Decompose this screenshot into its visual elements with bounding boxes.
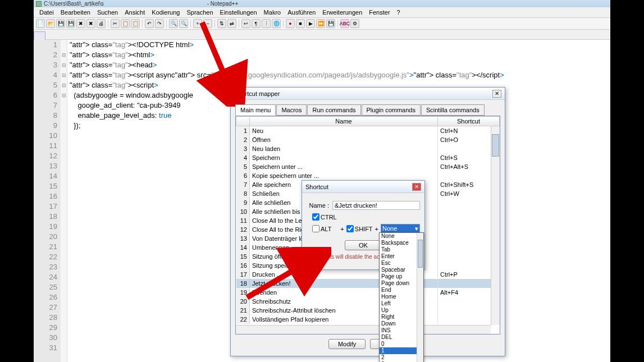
record-icon[interactable]: ●	[286, 19, 295, 28]
shortcut-row[interactable]: 2ÖffnenCtrl+O	[236, 135, 500, 144]
menu-erweiterungen[interactable]: Erweiterungen	[319, 8, 366, 17]
stop-icon[interactable]: ■	[296, 19, 305, 28]
fold-marker	[61, 333, 67, 343]
cut-icon[interactable]: ✂	[111, 19, 120, 28]
row-shortcut	[438, 225, 500, 234]
shortcut-row[interactable]: 20Schreibschutz	[236, 297, 500, 306]
scrollbar-thumb[interactable]	[418, 240, 423, 268]
shortcut-row[interactable]: 22Vollständigen Pfad kopieren	[236, 315, 500, 324]
fold-marker[interactable]: ⊟	[61, 60, 67, 70]
document-tab[interactable]	[34, 31, 45, 40]
row-name: Speichern	[250, 153, 438, 162]
shortcut-row[interactable]: 19BeendenAlt+F4	[236, 288, 500, 297]
replace-icon[interactable]: 🔍	[179, 19, 188, 28]
shortcut-row[interactable]: 3Neu laden	[236, 144, 500, 153]
code-line[interactable]: "attr"> class="tag"><script async"attr">…	[70, 70, 610, 80]
shortcut-row[interactable]: 1NeuCtrl+N	[236, 126, 500, 135]
sync-v-icon[interactable]: ⇅	[217, 19, 226, 28]
tab-macros[interactable]: Macros	[276, 104, 307, 116]
line-number: 26	[34, 292, 57, 303]
row-shortcut: Ctrl+N	[438, 126, 500, 135]
dialog-titlebar: Shortcut ✕	[302, 181, 424, 193]
modify-button[interactable]: Modify	[328, 339, 366, 349]
line-number: 11	[34, 141, 57, 151]
horizontal-scrollbar[interactable]	[236, 325, 491, 334]
play-multi-icon[interactable]: ⏩	[316, 19, 325, 28]
line-number: 13	[34, 161, 57, 171]
menu-ansicht[interactable]: Ansicht	[121, 8, 148, 17]
redo-icon[interactable]: ↷	[155, 19, 164, 28]
line-number: 8	[34, 111, 57, 121]
document-tabbar	[34, 30, 610, 40]
menu-fenster[interactable]: Fenster	[366, 8, 393, 17]
misc-icon[interactable]: ⚙	[350, 19, 359, 28]
wrap-icon[interactable]: ↩	[241, 19, 250, 28]
line-number: 27	[34, 303, 57, 313]
close-icon[interactable]: ✕	[412, 183, 421, 191]
menu-datei[interactable]: Datei	[36, 8, 57, 17]
copy-icon[interactable]: 📋	[121, 19, 130, 28]
toolbar-separator	[108, 20, 108, 28]
tab-plugin-commands[interactable]: Plugin commands	[362, 104, 421, 116]
menu-help[interactable]: ?	[394, 8, 404, 17]
tab-scintilla-commands[interactable]: Scintilla commands	[421, 104, 485, 116]
code-line[interactable]: "attr"> class="tag"><!DOCTYPE html>	[70, 40, 610, 50]
lang-icon[interactable]: 🌐	[272, 19, 281, 28]
line-number: 23	[34, 262, 57, 272]
paste-icon[interactable]: 📋	[131, 19, 140, 28]
fold-marker[interactable]: ⊟	[61, 70, 67, 80]
play-icon[interactable]: ▶	[306, 19, 315, 28]
menu-sprachen[interactable]: Sprachen	[183, 8, 216, 17]
line-number: 1	[34, 40, 57, 50]
save-icon[interactable]: 💾	[56, 19, 65, 28]
print-icon[interactable]: 🖨	[97, 19, 106, 28]
fold-marker[interactable]: ⊟	[61, 80, 67, 90]
close-icon[interactable]: ✖	[76, 19, 85, 28]
titlebar-path: C:\Users\Basti\_artikel\s	[44, 1, 104, 7]
save-macro-icon[interactable]: 💾	[326, 19, 335, 28]
menu-suchen[interactable]: Suchen	[94, 8, 121, 17]
shortcut-row[interactable]: 6Kopie speichern unter ...	[236, 171, 500, 180]
fold-marker[interactable]: ⊟	[61, 90, 67, 100]
shortcut-row[interactable]: 5Speichern unter ...Ctrl+Alt+S	[236, 162, 500, 171]
tab-main-menu[interactable]: Main menu	[235, 104, 276, 116]
tab-run-commands[interactable]: Run commands	[307, 104, 360, 116]
shortcut-row[interactable]: 21Schreibschutz-Attribut löschen	[236, 306, 500, 315]
shortcut-row[interactable]: 18Jetzt drucken!	[236, 279, 500, 288]
menu-bearbeiten[interactable]: Bearbeiten	[57, 8, 94, 17]
name-field[interactable]	[332, 201, 420, 210]
save-all-icon[interactable]: 💾	[66, 19, 75, 28]
ctrl-checkbox[interactable]	[312, 213, 319, 221]
new-file-icon[interactable]: 📄	[36, 19, 45, 28]
shortcut-row[interactable]: 4SpeichernCtrl+S	[236, 153, 500, 162]
menu-makro[interactable]: Makro	[261, 8, 285, 17]
fold-marker[interactable]: ⊟	[61, 50, 67, 60]
menu-kodierung[interactable]: Kodierung	[148, 8, 183, 17]
code-line[interactable]: "attr"> class="tag"><head>	[70, 60, 610, 70]
shift-checkbox[interactable]	[346, 225, 354, 232]
shortcut-row[interactable]: 17Drucken ...Ctrl+P	[236, 270, 500, 279]
menu-einstellungen[interactable]: Einstellungen	[217, 8, 261, 17]
close-all-icon[interactable]: ✖	[86, 19, 95, 28]
code-line[interactable]: "attr"> class="tag"><html>	[70, 50, 610, 60]
undo-icon[interactable]: ↶	[145, 19, 154, 28]
row-number: 20	[236, 297, 250, 306]
row-number: 14	[236, 243, 250, 252]
show-all-icon[interactable]: ¶	[252, 19, 261, 28]
line-number: 29	[34, 323, 57, 333]
scrollbar-thumb[interactable]	[492, 134, 499, 157]
zoom-out-icon[interactable]: −	[203, 19, 212, 28]
open-file-icon[interactable]: 📂	[46, 19, 55, 28]
sync-h-icon[interactable]: ⇄	[227, 19, 236, 28]
row-shortcut	[438, 279, 500, 288]
indent-guide-icon[interactable]: ⋮	[262, 19, 271, 28]
alt-checkbox[interactable]	[312, 225, 319, 232]
vertical-scrollbar[interactable]	[491, 126, 500, 325]
ok-button[interactable]: OK	[345, 240, 382, 250]
close-icon[interactable]: ✕	[492, 90, 501, 98]
zoom-in-icon[interactable]: +	[193, 19, 202, 28]
dropdown-scrollbar[interactable]	[417, 233, 423, 362]
spellcheck-icon[interactable]: ABC	[340, 19, 349, 28]
find-icon[interactable]: 🔍	[169, 19, 178, 28]
menu-ausfuehren[interactable]: Ausführen	[284, 8, 319, 17]
